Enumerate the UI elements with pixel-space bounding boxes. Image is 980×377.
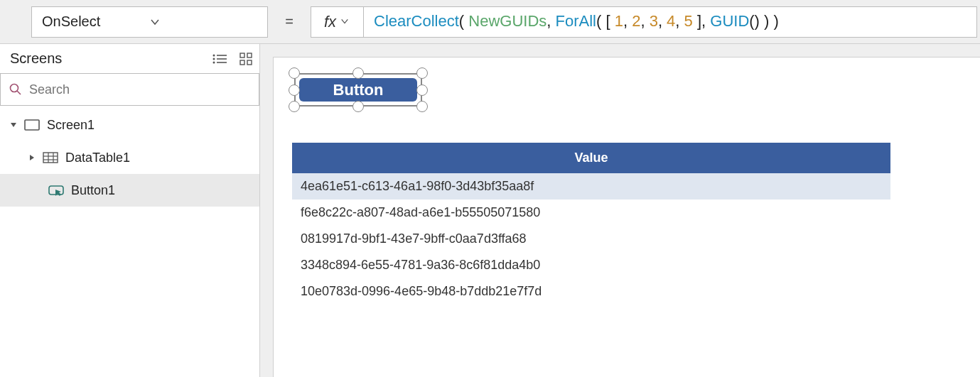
table-row[interactable]: 0819917d-9bf1-43e7-9bff-c0aa7d3ffa68 (292, 226, 890, 252)
resize-handle[interactable] (416, 84, 428, 96)
search-icon (9, 83, 22, 96)
formula-token: ], (693, 12, 710, 30)
screens-title: Screens (10, 50, 212, 67)
svg-point-4 (213, 58, 215, 60)
property-selector[interactable]: OnSelect (31, 6, 268, 38)
button-label: Button (333, 81, 384, 99)
svg-point-10 (11, 84, 18, 92)
property-bar: OnSelect = fx ClearCollect( NewGUIDs, Fo… (0, 0, 980, 44)
datatable-icon (43, 152, 58, 163)
formula-token: GUID (710, 12, 749, 30)
formula-token: ForAll (556, 12, 596, 30)
table-cell: 10e0783d-0996-4e65-9b48-b7ddb21e7f7d (301, 284, 542, 299)
formula-token: , (640, 12, 649, 30)
tree-label: Screen1 (47, 118, 95, 133)
resize-handle[interactable] (416, 101, 428, 112)
tree-label: DataTable1 (65, 151, 130, 165)
svg-point-3 (213, 54, 215, 56)
collapse-icon[interactable] (10, 121, 17, 129)
resize-handle[interactable] (289, 67, 300, 79)
table-cell: f6e8c22c-a807-48ad-a6e1-b55505071580 (301, 205, 540, 220)
formula-token: , (675, 12, 684, 30)
table-cell: 3348c894-6e55-4781-9a36-8c6f81dda4b0 (301, 258, 540, 273)
table-header-label: Value (574, 151, 608, 165)
chevron-down-icon (150, 17, 258, 27)
formula-token: , (623, 12, 632, 30)
table-row[interactable]: 10e0783d-0996-4e65-9b48-b7ddb21e7f7d (292, 278, 890, 305)
formula-token: () ) ) (749, 12, 779, 30)
property-selector-value: OnSelect (42, 13, 150, 30)
formula-token: 4 (667, 12, 675, 30)
formula-token: , (546, 12, 555, 30)
chevron-down-icon (340, 17, 350, 27)
canvas: Button Value 4ea61e51-c613-46a1-98f0-3d4… (260, 44, 980, 377)
screens-tree: Screen1 DataTable1 (0, 106, 259, 207)
formula-token: 1 (615, 12, 623, 30)
formula-token: ( (459, 12, 468, 30)
selected-control[interactable]: Button (291, 70, 425, 109)
table-row[interactable]: f6e8c22c-a807-48ad-a6e1-b55505071580 (292, 200, 890, 226)
resize-handle[interactable] (416, 67, 428, 79)
equals-label: = (268, 13, 311, 30)
resize-handle[interactable] (289, 101, 300, 112)
grid-view-icon[interactable] (239, 53, 252, 65)
search-box[interactable] (0, 73, 259, 106)
screens-panel: Screens (0, 44, 260, 377)
formula-token: NewGUIDs (468, 12, 546, 30)
tree-item-button1[interactable]: Button1 (0, 174, 259, 207)
button-icon (48, 184, 64, 197)
button-control[interactable]: Button (299, 78, 417, 102)
table-header[interactable]: Value (292, 143, 890, 173)
datatable-control[interactable]: Value 4ea61e51-c613-46a1-98f0-3d43bf35aa… (292, 143, 890, 305)
svg-rect-7 (247, 53, 252, 58)
resize-handle[interactable] (352, 67, 364, 79)
svg-point-5 (213, 61, 215, 63)
svg-rect-13 (43, 153, 58, 163)
fx-label: fx (324, 13, 336, 31)
table-row[interactable]: 4ea61e51-c613-46a1-98f0-3d43bf35aa8f (292, 173, 890, 200)
tree-label: Button1 (71, 183, 115, 198)
tree-item-datatable1[interactable]: DataTable1 (0, 141, 259, 174)
svg-rect-12 (25, 120, 39, 130)
formula-token: ( [ (596, 12, 615, 30)
formula-bar: fx ClearCollect( NewGUIDs, ForAll( [ 1, … (311, 6, 977, 38)
table-row[interactable]: 3348c894-6e55-4781-9a36-8c6f81dda4b0 (292, 252, 890, 278)
table-cell: 0819917d-9bf1-43e7-9bff-c0aa7d3ffa68 (301, 231, 527, 246)
table-cell: 4ea61e51-c613-46a1-98f0-3d43bf35aa8f (301, 179, 534, 194)
formula-token: 2 (632, 12, 640, 30)
svg-rect-8 (240, 60, 244, 65)
tree-item-screen1[interactable]: Screen1 (0, 109, 259, 141)
screen-icon (24, 119, 40, 131)
formula-token: 3 (650, 12, 658, 30)
formula-input[interactable]: ClearCollect( NewGUIDs, ForAll( [ 1, 2, … (364, 12, 976, 31)
fx-button[interactable]: fx (311, 7, 364, 37)
canvas-surface[interactable]: Button Value 4ea61e51-c613-46a1-98f0-3d4… (273, 57, 980, 377)
formula-token: ClearCollect (374, 12, 459, 30)
resize-handle[interactable] (289, 84, 300, 96)
svg-rect-6 (240, 53, 244, 58)
formula-token: , (658, 12, 667, 30)
formula-token: 5 (684, 12, 693, 30)
svg-rect-9 (247, 60, 252, 65)
search-input[interactable] (29, 82, 250, 97)
list-view-icon[interactable] (212, 53, 227, 65)
resize-handle[interactable] (352, 101, 364, 112)
svg-line-11 (17, 91, 21, 94)
screens-header: Screens (0, 44, 259, 74)
expand-icon[interactable] (28, 154, 36, 161)
